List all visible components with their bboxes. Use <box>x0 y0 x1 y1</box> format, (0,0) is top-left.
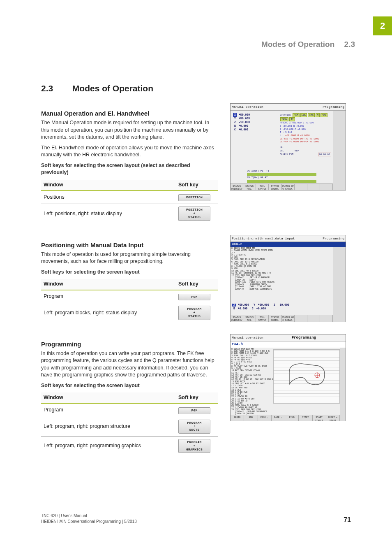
table-cell: Left: program, right: program structure <box>41 417 176 436</box>
title-left: Manual operation <box>232 104 263 109</box>
sk[interactable]: STATUS POS. <box>243 315 256 322</box>
sk[interactable]: STATUS OVERVIEW <box>231 315 243 322</box>
toolpath-icon <box>285 360 330 392</box>
sk[interactable]: STATUS COORD. TRANSF. <box>269 184 281 191</box>
mdi-para1: This mode of operation is used for progr… <box>41 251 218 265</box>
sk-begin[interactable]: BEGIN <box>231 415 244 421</box>
table-cell: PGM <box>176 404 218 417</box>
sk[interactable]: STATUS OF Q PARAM. <box>282 315 295 322</box>
mdi-heading: Positioning with Manual Data Input <box>41 241 218 249</box>
sk[interactable]: TOOL STATUS <box>256 184 269 191</box>
sk-find[interactable]: FIND <box>285 415 299 421</box>
mdi-screenshot: Positioning with manl.data input Program… <box>230 235 346 322</box>
filename-bar: EX4.h <box>231 341 346 348</box>
sk[interactable]: STATUS COORD. TRANSF. <box>269 315 281 322</box>
table-cell: Left: positions, right: status display <box>41 204 176 223</box>
th-softkey: Soft key <box>176 392 218 404</box>
title-left: Positioning with manl.data input <box>232 236 295 241</box>
section-number: 2.3 <box>41 82 70 94</box>
softkey-bar: STATUS OVERVIEW STATUS POS. TOOL STATUS … <box>231 315 333 322</box>
crop-mark <box>8 0 8 14</box>
manual-heading: Manual Operation and El. Handwheel <box>41 109 218 118</box>
sk[interactable]: STATUS OVERVIEW <box>231 184 243 191</box>
axis-x-label: X <box>233 113 237 117</box>
load-bars: 0% X[Nm] P1 -T1 0% Y[Nm] 08:47 <box>247 169 316 183</box>
sk-start-single[interactable]: START SINGLE <box>313 415 326 421</box>
th-softkey: Soft key <box>176 180 218 191</box>
softkey-position[interactable]: POSITION <box>178 194 210 201</box>
screenshot-titlebar: Positioning with manl.data input Program… <box>231 235 346 242</box>
softkey-pgm[interactable]: PGM <box>178 294 210 301</box>
sk[interactable] <box>307 184 320 191</box>
page-number: 71 <box>344 515 351 525</box>
screenshot-titlebar: Manual operation Programming <box>231 334 346 342</box>
sk-reset-start[interactable]: RESET + START <box>326 415 340 421</box>
axis-c-label: C <box>233 128 237 132</box>
status-panel: Overview PGMLBLCYCMPOSTOOLTT RFNOML X +5… <box>280 113 331 157</box>
mdi-softkey-table: Window Soft key Program PGM Left: progra… <box>41 279 218 323</box>
table-cell: POSITION <box>176 190 218 204</box>
title-right: Programming <box>323 104 344 109</box>
running-head: Modes of Operation 2.3 <box>261 39 355 50</box>
softkey-position-status[interactable]: POSITION + STATUS <box>178 207 210 221</box>
sk[interactable] <box>320 315 333 322</box>
axis-z-val: -10.000 <box>239 121 250 124</box>
manual-screenshot: Manual operation Programming X+50.000 Y+… <box>230 103 346 190</box>
softkey-program-status[interactable]: PROGRAM + STATUS <box>178 306 210 320</box>
prog-para1: In this mode of operation you can write … <box>41 350 218 379</box>
manual-para1: The Manual Operation mode is required fo… <box>41 119 218 141</box>
softkey-pgm[interactable]: PGM <box>178 407 210 414</box>
title-left: Manual operation <box>232 335 263 341</box>
mdi-table-caption: Soft keys for selecting the screen layou… <box>41 269 218 276</box>
table-cell: PGM <box>176 290 218 303</box>
sk[interactable]: TOOL STATUS <box>256 315 269 322</box>
prog-heading: Programming <box>41 340 218 348</box>
program-listing: 0 BEGIN PGM EX4 MM 1 BLK FORM 0.1 Z X-10… <box>231 348 273 421</box>
sk[interactable]: STATUS POS. <box>243 184 256 191</box>
running-head-number: 2.3 <box>344 40 355 49</box>
table-cell: Program <box>41 290 176 303</box>
table-cell: PROGRAM + STATUS <box>176 303 218 323</box>
axis-z-label: Z <box>233 121 237 124</box>
document-page: 2 Modes of Operation 2.3 2.3 Modes of Op… <box>0 0 392 541</box>
footer-line2: HEIDENHAIN Conversational Programming | … <box>41 519 137 525</box>
th-window: Window <box>41 279 176 290</box>
filename-bar: $mdi.h <box>231 242 346 247</box>
table-cell: PROGRAM + GRAPHICS <box>176 436 218 455</box>
prog-table-caption: Soft keys for selecting the screen layou… <box>41 382 218 390</box>
prog-softkey-table: Window Soft key Program PGM Left: progra… <box>41 392 218 455</box>
title-center: Programming <box>292 335 316 341</box>
crop-mark <box>0 8 14 8</box>
title-right: Programming <box>323 236 344 241</box>
graphics-area <box>273 349 340 404</box>
mdi-pos: X +50.000 Y +50.005 Z -10.000 B +0.000 C… <box>232 303 331 311</box>
sk-end[interactable]: END <box>244 415 258 421</box>
sk[interactable] <box>307 315 320 322</box>
sk[interactable] <box>320 184 333 191</box>
th-window: Window <box>41 392 176 404</box>
footer-line1: TNC 620 | User's Manual <box>41 513 137 519</box>
axis-b-label: B <box>233 124 237 128</box>
softkey-program-sects[interactable]: PROGRAM + SECTS <box>178 420 210 434</box>
manual-table-caption: Soft keys for selecting the screen layou… <box>41 162 218 176</box>
program-listing: 0 BEGIN PGM $MDI MM 1 PLANE AXIAL B+30 M… <box>231 248 281 291</box>
side-panel <box>333 111 346 191</box>
th-window: Window <box>41 180 176 191</box>
sk[interactable] <box>295 315 307 322</box>
section-title: 2.3 Modes of Operation <box>41 82 363 94</box>
table-cell: Positions <box>41 190 176 204</box>
table-cell: PROGRAM + SECTS <box>176 417 218 436</box>
softkey-program-graphics[interactable]: PROGRAM + GRAPHICS <box>178 439 210 453</box>
softkey-bar: STATUS OVERVIEW STATUS POS. TOOL STATUS … <box>231 183 333 191</box>
sk-page-up[interactable]: PAGE ↑ <box>258 415 272 421</box>
manual-softkey-table: Window Soft key Positions POSITION Left:… <box>41 180 218 223</box>
axis-x-val: +50.000 <box>239 113 250 117</box>
sk[interactable]: STATUS OF Q PARAM. <box>282 184 295 191</box>
axis-b-val: +0.000 <box>239 124 248 128</box>
table-cell: Left: program blocks, right: status disp… <box>41 303 176 323</box>
sk-page-down[interactable]: PAGE ↓ <box>272 415 285 421</box>
sk-start[interactable]: START <box>299 415 312 421</box>
page-footer: TNC 620 | User's Manual HEIDENHAIN Conve… <box>41 513 351 525</box>
table-cell: POSITION + STATUS <box>176 204 218 223</box>
sk[interactable] <box>295 184 307 191</box>
